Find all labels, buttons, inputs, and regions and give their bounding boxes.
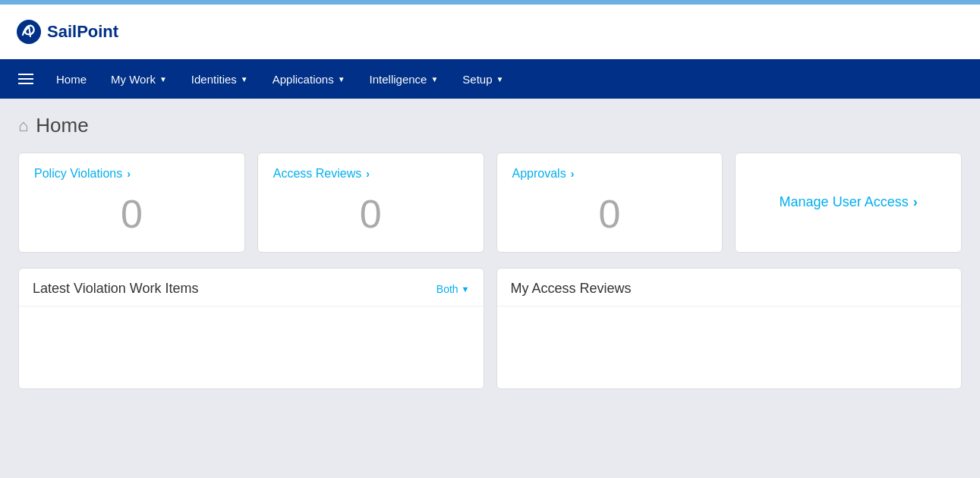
nav-item-intelligence[interactable]: Intelligence ▼: [358, 59, 451, 99]
approvals-value: 0: [512, 191, 707, 237]
manage-user-access-container: Manage User Access ›: [780, 167, 918, 237]
nav-item-home[interactable]: Home: [44, 59, 99, 99]
approvals-card: Approvals › 0: [496, 153, 723, 253]
approvals-link-row: Approvals ›: [512, 167, 707, 181]
hamburger-menu[interactable]: [8, 66, 44, 92]
policy-violations-chevron-icon: ›: [127, 168, 131, 180]
nav-item-identities[interactable]: Identities ▼: [179, 59, 260, 99]
nav-item-my-work[interactable]: My Work ▼: [99, 59, 179, 99]
page-title: Home: [36, 114, 88, 137]
intelligence-chevron-icon: ▼: [430, 75, 438, 83]
logo-container: SailPoint: [15, 18, 118, 46]
applications-chevron-icon: ▼: [338, 75, 345, 83]
page-title-row: ⌂ Home: [18, 114, 962, 137]
latest-violation-dropdown[interactable]: Both ▼: [436, 283, 470, 295]
latest-violation-dropdown-chevron-icon: ▼: [462, 285, 470, 294]
access-reviews-value: 0: [273, 191, 468, 237]
logo-text: SailPoint: [47, 22, 118, 42]
latest-violation-panel: Latest Violation Work Items Both ▼: [18, 268, 484, 389]
main-content: ⌂ Home Policy Violations › 0 Access Revi…: [0, 99, 980, 404]
manage-user-access-link[interactable]: Manage User Access: [780, 194, 909, 210]
access-reviews-chevron-icon: ›: [366, 168, 370, 180]
latest-violation-panel-title: Latest Violation Work Items: [33, 281, 198, 297]
panels-row: Latest Violation Work Items Both ▼ My Ac…: [18, 268, 962, 389]
my-access-reviews-panel: My Access Reviews: [496, 268, 963, 389]
latest-violation-dropdown-label: Both: [436, 283, 458, 295]
my-work-chevron-icon: ▼: [159, 75, 167, 83]
sailpoint-logo-icon: [15, 18, 43, 46]
my-access-reviews-panel-body: [497, 307, 962, 382]
identities-chevron-icon: ▼: [241, 75, 248, 83]
logo-bar: SailPoint: [0, 5, 980, 59]
my-access-reviews-panel-header: My Access Reviews: [497, 269, 962, 307]
approvals-chevron-icon: ›: [571, 168, 575, 180]
approvals-link[interactable]: Approvals: [512, 167, 566, 181]
manage-user-access-card: Manage User Access ›: [735, 153, 962, 253]
policy-violations-card: Policy Violations › 0: [18, 153, 245, 253]
policy-violations-link-row: Policy Violations ›: [34, 167, 229, 181]
latest-violation-panel-header: Latest Violation Work Items Both ▼: [19, 269, 484, 307]
policy-violations-link[interactable]: Policy Violations: [34, 167, 122, 181]
latest-violation-panel-body: [19, 307, 484, 382]
access-reviews-link-row: Access Reviews ›: [273, 167, 468, 181]
svg-point-0: [17, 20, 41, 44]
access-reviews-link[interactable]: Access Reviews: [273, 167, 361, 181]
access-reviews-card: Access Reviews › 0: [257, 153, 484, 253]
setup-chevron-icon: ▼: [496, 75, 504, 83]
my-access-reviews-panel-title: My Access Reviews: [511, 281, 632, 297]
nav-item-setup[interactable]: Setup ▼: [450, 59, 515, 99]
policy-violations-value: 0: [34, 191, 229, 237]
nav-bar: Home My Work ▼ Identities ▼ Applications…: [0, 59, 980, 99]
home-icon: ⌂: [18, 116, 28, 136]
cards-row: Policy Violations › 0 Access Reviews › 0…: [18, 153, 962, 253]
manage-user-access-chevron-icon: ›: [913, 194, 918, 210]
nav-item-applications[interactable]: Applications ▼: [260, 59, 358, 99]
